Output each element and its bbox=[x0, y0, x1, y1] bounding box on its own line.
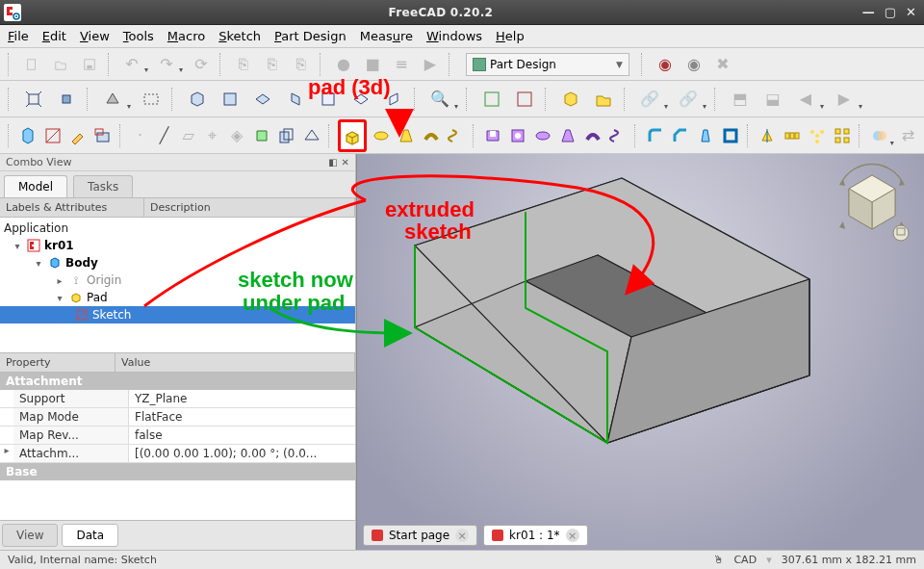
combo-close-button[interactable]: ✕ bbox=[342, 157, 349, 168]
nav-mode-icon[interactable]: 🖱 bbox=[713, 554, 724, 566]
menu-sketch[interactable]: Sketch bbox=[218, 29, 261, 43]
close-tab-icon[interactable]: × bbox=[455, 529, 469, 542]
right-view-button[interactable] bbox=[281, 85, 310, 114]
selback-button[interactable]: ◀ bbox=[791, 85, 820, 114]
close-button[interactable]: ✕ bbox=[906, 5, 916, 19]
plane-button[interactable]: ▱ bbox=[178, 121, 198, 150]
left-view-button[interactable] bbox=[379, 85, 408, 114]
model-tree[interactable]: Application ▾kr01 ▾Body ▸⟟Origin ▾Pad Sk… bbox=[0, 218, 355, 352]
thickness-button[interactable] bbox=[720, 121, 741, 150]
pocket-button[interactable] bbox=[482, 121, 503, 150]
fit-sel-button[interactable] bbox=[52, 85, 81, 114]
rear-view-button[interactable] bbox=[314, 85, 343, 114]
measure-linear-button[interactable]: ◉ bbox=[653, 52, 678, 77]
group-button[interactable] bbox=[589, 85, 618, 114]
prop-support[interactable]: SupportYZ_Plane bbox=[0, 390, 355, 408]
front-view-button[interactable] bbox=[216, 85, 244, 114]
multitransform-button[interactable] bbox=[832, 121, 853, 150]
point-button[interactable]: · bbox=[130, 121, 150, 150]
macro-stop-button[interactable]: ■ bbox=[360, 52, 385, 77]
subhelix-button[interactable] bbox=[607, 121, 629, 150]
tree-body[interactable]: ▾Body bbox=[0, 254, 355, 272]
macro-rec-button[interactable]: ● bbox=[331, 52, 356, 77]
prop-mapmode[interactable]: Map ModeFlatFace bbox=[0, 408, 355, 427]
menu-tools[interactable]: Tools bbox=[123, 29, 154, 43]
prop-attachment[interactable]: ▸Attachm...[(0.00 0.00 1.00); 0.00 °; (0… bbox=[0, 445, 355, 463]
macro-play-button[interactable]: ▶ bbox=[418, 52, 443, 77]
bbox-button[interactable] bbox=[137, 85, 166, 114]
combo-float-button[interactable]: ◧ bbox=[328, 157, 337, 168]
line-button[interactable]: ╱ bbox=[154, 121, 174, 150]
macro-list-button[interactable]: ≡ bbox=[389, 52, 414, 77]
tab-tasks[interactable]: Tasks bbox=[73, 175, 133, 197]
menu-measure[interactable]: Measure bbox=[360, 29, 413, 43]
new-file-button[interactable] bbox=[19, 52, 44, 77]
linkmake-button[interactable]: 🔗 bbox=[635, 85, 664, 114]
tab-data[interactable]: Data bbox=[62, 524, 118, 547]
tab-view[interactable]: View bbox=[2, 524, 58, 547]
zoom-button[interactable]: 🔍 bbox=[425, 85, 454, 114]
redo-button[interactable]: ↷ bbox=[154, 52, 179, 77]
fit-all-button[interactable] bbox=[19, 85, 48, 114]
helix-button[interactable] bbox=[446, 121, 467, 150]
link-button[interactable]: ⎘ bbox=[231, 52, 256, 77]
menu-file[interactable]: File bbox=[8, 29, 29, 43]
link3-button[interactable]: ⎘ bbox=[289, 52, 314, 77]
tree-button[interactable]: ⬓ bbox=[758, 85, 787, 114]
boolean-button[interactable] bbox=[869, 121, 890, 150]
menu-view[interactable]: View bbox=[80, 29, 110, 43]
map-sketch-button[interactable] bbox=[92, 121, 114, 150]
menu-macro[interactable]: Macro bbox=[167, 29, 205, 43]
nav-mode[interactable]: CAD bbox=[733, 554, 757, 566]
maximize-button[interactable]: ▢ bbox=[885, 5, 896, 19]
tree-doc[interactable]: ▾kr01 bbox=[0, 237, 355, 254]
mirror-button[interactable] bbox=[757, 121, 778, 150]
subpipe-button[interactable] bbox=[582, 121, 603, 150]
open-file-button[interactable] bbox=[48, 52, 73, 77]
hole-button[interactable] bbox=[507, 121, 528, 150]
sync-view-button[interactable] bbox=[477, 85, 506, 114]
workbench-selector[interactable]: Part Design ▼ bbox=[466, 53, 629, 76]
menu-partdesign[interactable]: Part Design bbox=[274, 29, 346, 43]
iso-view-button[interactable] bbox=[183, 85, 212, 114]
body-button[interactable] bbox=[17, 121, 38, 150]
tree-sketch[interactable]: Sketch bbox=[0, 306, 355, 323]
refresh-button[interactable]: ⟳ bbox=[189, 52, 214, 77]
polarpattern-button[interactable] bbox=[807, 121, 828, 150]
menu-windows[interactable]: Windows bbox=[426, 29, 482, 43]
menu-help[interactable]: Help bbox=[496, 29, 525, 43]
tree-root[interactable]: Application bbox=[0, 220, 355, 237]
part-button[interactable] bbox=[556, 85, 585, 114]
draw-style-button[interactable] bbox=[98, 85, 127, 114]
tab-model[interactable]: Model bbox=[4, 175, 67, 197]
pad-button[interactable] bbox=[338, 119, 367, 152]
pipe-button[interactable] bbox=[421, 121, 442, 150]
3d-viewport[interactable]: Start page× kr01 : 1*× bbox=[356, 154, 924, 550]
tab-startpage[interactable]: Start page× bbox=[363, 525, 477, 546]
subshapebinder-button[interactable] bbox=[251, 121, 272, 150]
save-button[interactable] bbox=[77, 52, 102, 77]
tree-pad[interactable]: ▾Pad bbox=[0, 289, 355, 306]
migrate-button[interactable]: ⇄ bbox=[898, 121, 918, 150]
selfwd-button[interactable]: ▶ bbox=[830, 85, 859, 114]
measure-clear-button[interactable]: ✖ bbox=[710, 52, 735, 77]
subloft-button[interactable] bbox=[557, 121, 578, 150]
sketch-button[interactable] bbox=[42, 121, 64, 150]
minimize-button[interactable]: — bbox=[862, 5, 875, 19]
measure-toggle-button[interactable]: ◉ bbox=[681, 52, 706, 77]
top-view-button[interactable] bbox=[248, 85, 277, 114]
menu-edit[interactable]: Edit bbox=[42, 29, 66, 43]
datum-button[interactable] bbox=[301, 121, 322, 150]
revolve-button[interactable] bbox=[371, 121, 392, 150]
linkactions-button[interactable]: 🔗 bbox=[674, 85, 703, 114]
close-tab-icon[interactable]: × bbox=[566, 529, 579, 542]
tab-document[interactable]: kr01 : 1*× bbox=[483, 525, 587, 546]
lcs-button[interactable]: ⌖ bbox=[202, 121, 222, 150]
prop-maprev[interactable]: Map Rev...false bbox=[0, 427, 355, 445]
linearpattern-button[interactable] bbox=[782, 121, 803, 150]
groove-button[interactable] bbox=[532, 121, 553, 150]
draft-button[interactable] bbox=[695, 121, 716, 150]
tree-origin[interactable]: ▸⟟Origin bbox=[0, 272, 355, 289]
undo-button[interactable]: ↶ bbox=[119, 52, 144, 77]
sync-view2-button[interactable] bbox=[510, 85, 539, 114]
